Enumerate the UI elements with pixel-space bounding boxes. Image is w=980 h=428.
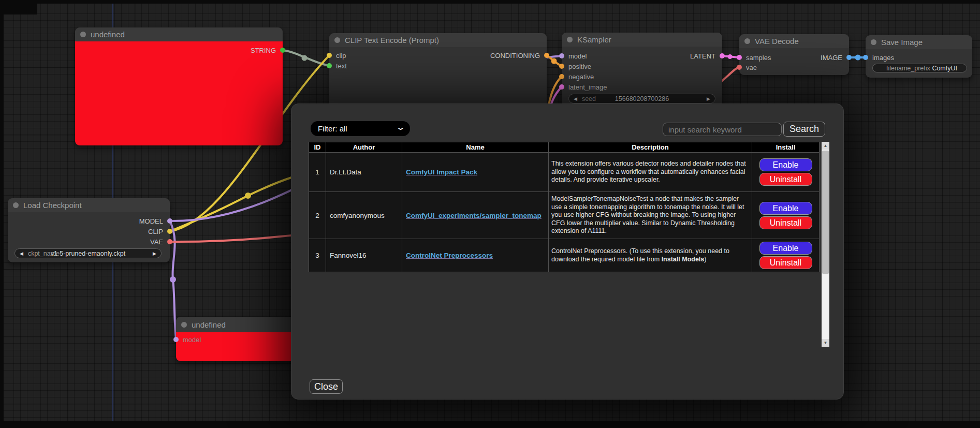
port-dot[interactable] — [559, 74, 564, 79]
node-clip-text-encode[interactable]: CLIP Text Encode (Prompt) clip text COND… — [329, 33, 547, 111]
cell-author: Dr.Lt.Data — [326, 153, 402, 192]
port-dot[interactable] — [559, 64, 564, 69]
port-dot[interactable] — [559, 53, 564, 58]
reroute-dot-model[interactable] — [170, 276, 176, 283]
filter-select[interactable]: Filter: all ⌄ — [311, 121, 410, 136]
enable-button[interactable]: Enable — [759, 242, 812, 255]
port-label: STRING — [251, 47, 276, 54]
port-label: clip — [336, 52, 346, 60]
extension-link[interactable]: ComfyUI Impact Pack — [406, 168, 477, 176]
input-port-vae[interactable]: vae — [737, 62, 757, 72]
input-port-text[interactable]: text — [327, 61, 347, 71]
node-status-dot[interactable] — [567, 37, 573, 42]
uninstall-button[interactable]: Uninstall — [759, 216, 812, 229]
reroute-dot-conditioning[interactable] — [551, 58, 557, 64]
decrement-arrow-icon[interactable]: ◀ — [569, 96, 582, 101]
widget-name: filename_prefix — [886, 65, 930, 72]
extension-link[interactable]: ControlNet Preprocessors — [406, 252, 493, 259]
filename-prefix-widget[interactable]: filename_prefix ComfyUI — [872, 64, 967, 72]
input-port-samples[interactable]: samples — [737, 52, 771, 63]
port-dot[interactable] — [559, 84, 564, 90]
search-button[interactable]: Search — [783, 122, 825, 137]
reroute-dot-latent[interactable] — [728, 54, 733, 59]
ckpt-name-widget[interactable]: ◀ ckpt_name v1-5-pruned-emaonly.ckpt ▶ — [14, 248, 162, 258]
node-status-dot[interactable] — [181, 322, 187, 328]
output-port-conditioning[interactable]: CONDITIONING — [490, 50, 549, 61]
port-label: negative — [568, 73, 594, 81]
output-port-latent[interactable]: LATENT — [690, 51, 725, 61]
extension-link[interactable]: ComfyUI_experiments/sampler_tonemap — [406, 212, 542, 219]
scrollbar-thumb[interactable] — [822, 151, 829, 274]
port-dot[interactable] — [846, 55, 852, 60]
port-dot[interactable] — [173, 337, 179, 342]
port-dot[interactable] — [280, 48, 285, 53]
input-port-latent-image[interactable]: latent_image — [559, 82, 607, 92]
col-header-id: ID — [309, 142, 326, 153]
input-port-clip[interactable]: clip — [327, 50, 346, 61]
node-load-checkpoint[interactable]: Load Checkpoint MODEL CLIP VAE ◀ ckpt_na… — [8, 198, 170, 262]
node-status-dot[interactable] — [334, 37, 340, 43]
port-label: text — [336, 62, 347, 70]
reroute-dot-image[interactable] — [855, 55, 861, 61]
output-port-image[interactable]: IMAGE — [821, 52, 852, 63]
uninstall-button[interactable]: Uninstall — [759, 173, 812, 186]
node-undefined-bottom[interactable]: undefined model — [176, 317, 295, 361]
node-title: CLIP Text Encode (Prompt) — [345, 36, 439, 45]
port-dot[interactable] — [167, 229, 172, 234]
enable-button[interactable]: Enable — [759, 202, 812, 215]
port-dot[interactable] — [863, 55, 868, 60]
input-port-images[interactable]: images — [863, 52, 894, 63]
port-dot[interactable] — [720, 53, 725, 58]
input-port-positive[interactable]: positive — [559, 61, 591, 71]
description-text: ) — [704, 256, 706, 263]
reroute-dot-string[interactable] — [302, 55, 308, 61]
table-scrollbar[interactable]: ▲ ▼ — [822, 142, 829, 347]
port-dot[interactable] — [327, 53, 332, 58]
node-title: KSampler — [577, 35, 611, 44]
seed-widget[interactable]: ◀ seed 156680208700286 ▶ — [568, 94, 715, 104]
node-vae-decode[interactable]: VAE Decode samples vae IMAGE — [739, 34, 849, 75]
cell-install: Enable Uninstall — [752, 239, 820, 272]
node-status-dot[interactable] — [744, 38, 750, 44]
node-undefined-top[interactable]: undefined STRING — [75, 27, 283, 145]
node-status-dot[interactable] — [871, 39, 876, 45]
node-status-dot[interactable] — [13, 202, 19, 208]
output-port-model[interactable]: MODEL — [139, 216, 172, 226]
port-dot[interactable] — [167, 218, 172, 224]
close-button[interactable]: Close — [310, 379, 343, 394]
node-status-dot[interactable] — [80, 32, 86, 37]
port-dot[interactable] — [167, 239, 172, 244]
input-port-negative[interactable]: negative — [559, 71, 594, 82]
node-save-image[interactable]: Save Image images filename_prefix ComfyU… — [866, 35, 972, 78]
port-dot[interactable] — [737, 55, 742, 60]
scroll-up-icon[interactable]: ▲ — [822, 142, 829, 150]
scroll-down-icon[interactable]: ▼ — [822, 339, 829, 347]
port-dot[interactable] — [737, 65, 742, 70]
uninstall-button[interactable]: Uninstall — [759, 256, 812, 269]
port-dot[interactable] — [544, 53, 549, 58]
error-node-body: model — [176, 332, 295, 361]
table-row: 3 Fannovel16 ControlNet Preprocessors Co… — [309, 239, 820, 272]
output-port-vae[interactable]: VAE — [150, 237, 172, 247]
cell-description: This extension offers various detector n… — [549, 153, 752, 192]
increment-arrow-icon[interactable]: ▶ — [148, 251, 161, 256]
output-port-clip[interactable]: CLIP — [148, 226, 172, 237]
extensions-table: ID Author Name Description Install 1 Dr.… — [309, 142, 820, 272]
input-port-model[interactable]: model — [173, 334, 201, 345]
cell-author: comfyanonymous — [326, 192, 402, 239]
port-label: model — [183, 336, 201, 344]
node-canvas[interactable]: undefined STRING CLIP Text Encode (Promp… — [0, 0, 980, 428]
output-port-string[interactable]: STRING — [251, 45, 285, 55]
enable-button[interactable]: Enable — [759, 158, 812, 171]
input-port-model[interactable]: model — [559, 51, 587, 61]
decrement-arrow-icon[interactable]: ◀ — [15, 251, 28, 256]
port-label: positive — [568, 63, 591, 70]
cell-id: 3 — [309, 239, 326, 272]
port-dot[interactable] — [327, 63, 332, 68]
increment-arrow-icon[interactable]: ▶ — [702, 96, 715, 101]
col-header-description: Description — [549, 142, 752, 153]
search-input[interactable] — [663, 123, 782, 136]
node-ksampler[interactable]: KSampler model positive negative latent_… — [562, 33, 722, 110]
widget-value[interactable]: ComfyUI — [932, 65, 957, 72]
reroute-dot-clip[interactable] — [245, 193, 251, 199]
